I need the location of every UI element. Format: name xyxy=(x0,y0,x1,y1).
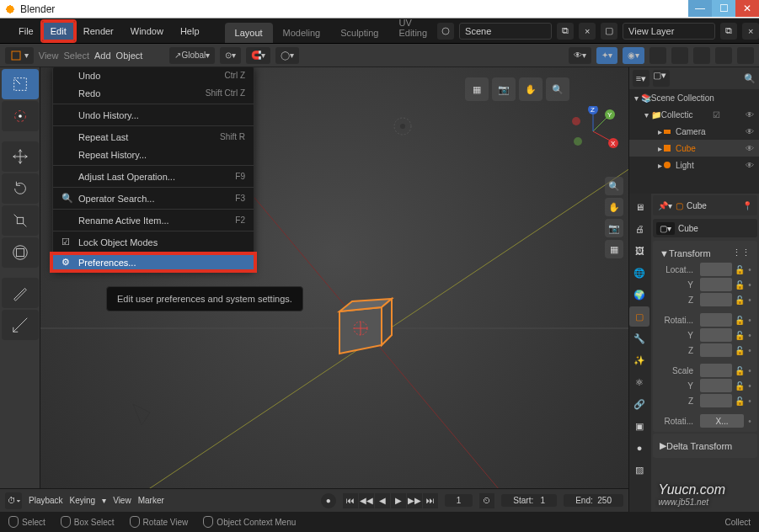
rotation-x-field[interactable] xyxy=(700,313,732,327)
timeline-keying[interactable]: Keying xyxy=(70,496,96,505)
play-reverse-button[interactable]: ◀ xyxy=(375,493,390,508)
object-datablock[interactable]: ▢▾ Cube xyxy=(653,219,757,237)
jump-end-button[interactable]: ⏭ xyxy=(423,493,438,508)
zoom-icon[interactable]: 🔍 xyxy=(546,77,569,101)
proptab-render[interactable]: 🖥 xyxy=(629,197,649,217)
menu-undo[interactable]: UndoCtrl Z xyxy=(53,67,254,84)
delta-transform-header[interactable]: ▶ Delta Transform xyxy=(656,437,754,455)
location-z-field[interactable] xyxy=(700,293,732,306)
tool-rotate[interactable] xyxy=(2,173,39,204)
prev-key-button[interactable]: ◀◀ xyxy=(359,493,374,508)
menu-render[interactable]: Render xyxy=(75,21,122,41)
proptab-texture[interactable]: ▨ xyxy=(629,460,649,480)
proptab-world[interactable]: 🌍 xyxy=(629,285,649,305)
proptab-particles[interactable]: ✨ xyxy=(629,350,649,370)
zoom-icon2[interactable]: 🔍 xyxy=(605,177,623,195)
hand-icon[interactable]: ✋ xyxy=(605,198,623,216)
overlay-toggle[interactable]: ◉▾ xyxy=(623,47,644,64)
header-add[interactable]: Add xyxy=(94,51,111,61)
pin-icon[interactable]: 📌▾ xyxy=(658,201,672,210)
timeline-view[interactable]: View xyxy=(113,496,131,505)
eye-icon[interactable]: 👁 xyxy=(746,144,754,153)
lock-icon[interactable]: 🔓 xyxy=(734,316,746,325)
outliner-camera[interactable]: ▸ Camera👁 xyxy=(629,123,759,140)
tool-measure[interactable] xyxy=(2,310,39,340)
lock-icon[interactable]: 🔓 xyxy=(734,265,746,274)
tab-uvediting[interactable]: UV Editing xyxy=(388,13,437,43)
proportional-edit[interactable]: ◯▾ xyxy=(275,47,299,64)
proptab-object[interactable]: ▢ xyxy=(629,306,649,327)
tool-move[interactable] xyxy=(2,141,39,172)
proptab-modifiers[interactable]: 🔧 xyxy=(629,328,649,348)
scale-z-field[interactable] xyxy=(700,394,732,407)
rotmode-field[interactable]: X... xyxy=(700,414,744,428)
tab-sculpting[interactable]: Sculpting xyxy=(330,23,388,43)
range-toggle[interactable]: ⏲ xyxy=(479,493,494,508)
tab-layout[interactable]: Layout xyxy=(225,23,273,43)
proptab-output[interactable]: 🖨 xyxy=(629,219,649,239)
start-frame-field[interactable]: Start: 1 xyxy=(501,494,557,507)
lock-icon[interactable]: 🔓 xyxy=(734,346,746,355)
next-key-button[interactable]: ▶▶ xyxy=(407,493,422,508)
proptab-constraints[interactable]: 🔗 xyxy=(629,394,649,414)
header-view[interactable]: View xyxy=(39,51,59,61)
lock-icon[interactable]: 🔓 xyxy=(734,295,746,305)
location-x-field[interactable] xyxy=(700,263,732,276)
tool-select-box[interactable] xyxy=(2,69,39,99)
proptab-physics[interactable]: ⚛ xyxy=(629,372,649,392)
menu-operator-search[interactable]: 🔍Operator Search...F3 xyxy=(53,189,254,207)
scene-copy-icon[interactable]: ⧉ xyxy=(557,23,574,40)
outliner-light[interactable]: ▸ Light👁 xyxy=(629,157,759,173)
menu-lock-modes[interactable]: ☑Lock Object Modes xyxy=(53,233,254,251)
tool-transform[interactable] xyxy=(2,237,39,268)
visibility-dropdown[interactable]: 👁▾ xyxy=(569,47,591,64)
play-button[interactable]: ▶ xyxy=(391,493,406,508)
outliner-mode-icon[interactable]: ≡▾ xyxy=(633,70,649,87)
layer-copy-icon[interactable]: ⧉ xyxy=(720,23,737,40)
perspective-icon[interactable]: ▦ xyxy=(605,240,623,258)
pivot-dropdown[interactable]: ⊙▾ xyxy=(220,47,241,64)
scene-delete-icon[interactable]: × xyxy=(579,23,596,40)
checkbox-icon[interactable]: ☑ xyxy=(713,110,720,120)
timeline-marker[interactable]: Marker xyxy=(138,496,164,505)
shading-wireframe[interactable] xyxy=(671,47,688,64)
menu-window[interactable]: Window xyxy=(122,21,172,41)
end-frame-field[interactable]: End: 250 xyxy=(564,494,623,507)
orientation-dropdown[interactable]: ↗ Global ▾ xyxy=(169,47,215,64)
tool-annotate[interactable] xyxy=(2,278,39,308)
timeline-mode-icon[interactable]: ⏱▾ xyxy=(5,492,22,509)
menu-undo-history[interactable]: Undo History... xyxy=(53,106,254,124)
proptab-mesh[interactable]: ▣ xyxy=(629,416,649,436)
transform-panel-header[interactable]: ▼ Transform⋮⋮ xyxy=(656,244,754,262)
3d-viewport[interactable]: www.jb51.net UndoCtrl Z RedoShift Ctrl Z… xyxy=(40,67,628,532)
pin-icon2[interactable]: 📍 xyxy=(742,201,752,210)
xray-toggle[interactable] xyxy=(649,47,666,64)
viewlayer-field[interactable]: View Layer xyxy=(623,23,715,40)
tool-cursor[interactable] xyxy=(2,101,39,131)
jump-start-button[interactable]: ⏮ xyxy=(343,493,358,508)
proptab-scene[interactable]: 🌐 xyxy=(629,263,649,283)
location-y-field[interactable] xyxy=(700,278,732,291)
rotation-y-field[interactable] xyxy=(700,328,732,342)
tool-scale[interactable] xyxy=(2,205,39,236)
camera-icon2[interactable]: 📷 xyxy=(605,219,623,237)
browse-scene-icon[interactable] xyxy=(437,23,454,40)
eye-icon[interactable]: 👁 xyxy=(746,127,754,136)
eye-icon[interactable]: 👁 xyxy=(746,110,754,120)
outliner-cube[interactable]: ▸ Cube👁 xyxy=(629,140,759,157)
mode-selector[interactable]: ▾ xyxy=(5,47,34,64)
outliner-search-icon[interactable]: 🔍 xyxy=(744,73,756,84)
window-minimize-button[interactable]: — xyxy=(688,0,712,17)
rotation-z-field[interactable] xyxy=(700,343,732,357)
tab-modeling[interactable]: Modeling xyxy=(273,23,331,43)
header-object[interactable]: Object xyxy=(116,51,143,61)
autokey-toggle[interactable]: ● xyxy=(321,493,336,508)
cube-object[interactable] xyxy=(323,295,390,362)
browse-layer-icon[interactable]: ▢ xyxy=(601,23,617,40)
snap-toggle[interactable]: 🧲▾ xyxy=(246,47,270,64)
menu-rename-active[interactable]: Rename Active Item...F2 xyxy=(53,211,254,229)
video-icon[interactable]: 📷 xyxy=(492,77,516,101)
lock-icon[interactable]: 🔓 xyxy=(734,280,746,290)
menu-help[interactable]: Help xyxy=(172,21,208,41)
camera-view-icon[interactable]: ▦ xyxy=(465,77,489,101)
